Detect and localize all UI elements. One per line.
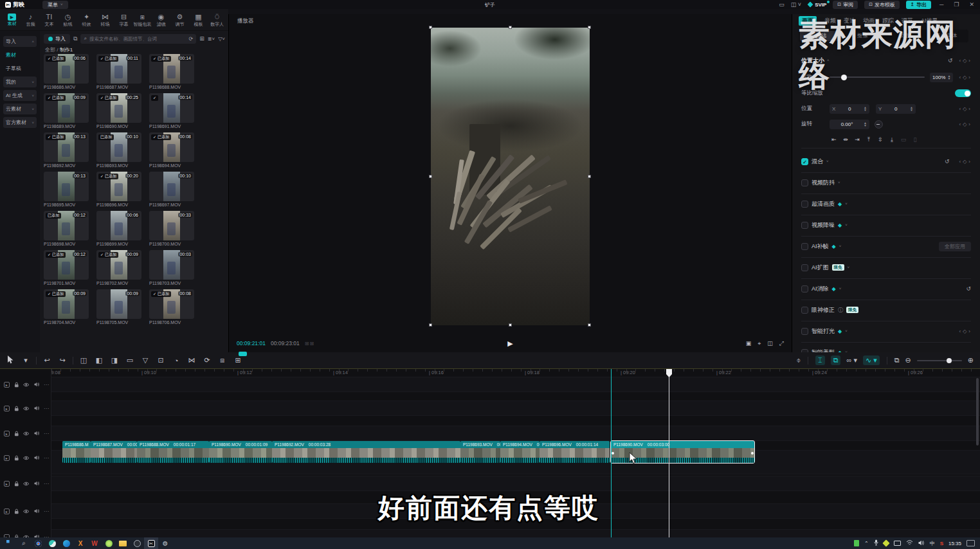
menu-button[interactable]: 菜单˅ [42, 1, 68, 9]
taskbar-app-word[interactable]: W [87, 537, 102, 549]
inspector-section-眼神修正[interactable]: 眼神修正ⓘ限免 [801, 302, 971, 318]
eye-icon[interactable] [23, 456, 29, 460]
checkbox-checked-icon[interactable]: ✓ [801, 158, 808, 165]
checkbox-icon[interactable] [801, 201, 808, 208]
inspector-section-视频防抖[interactable]: 视频防抖˅ [801, 175, 971, 190]
zoom-in-icon[interactable]: ⊕ [968, 356, 974, 364]
clip-trim-handle[interactable] [612, 452, 614, 455]
library-clip[interactable]: 00:33P1198700.MOV [149, 211, 194, 246]
search-box[interactable]: ⌕ ⟳ [80, 34, 196, 44]
crop-frame-icon[interactable]: ⧈ [216, 356, 229, 364]
freeze-frame-icon[interactable]: ◔ [170, 357, 183, 364]
inspector-section-超清画质[interactable]: 超清画质◆˅ [801, 196, 971, 212]
timeline-clip[interactable]: P1198693.MOV00: [460, 441, 500, 463]
selection-handle[interactable] [588, 175, 591, 178]
apply-all-button[interactable]: 全部应用 [939, 242, 971, 251]
split-icon[interactable]: ◫ [77, 356, 90, 364]
chevron-down-icon[interactable]: ˅ [838, 181, 840, 184]
speaker-icon[interactable] [34, 382, 39, 387]
rotation-keyframe[interactable]: ‹◇› [959, 122, 972, 127]
tab-text[interactable]: TI文本 [40, 13, 59, 26]
lock-icon[interactable] [14, 509, 19, 514]
clip-thumbnail[interactable]: ✓已添加00:08 [149, 132, 194, 162]
clip-thumbnail[interactable]: 00:33 [149, 211, 194, 240]
sidebar-item-AI 生成[interactable]: AI 生成˅ [3, 90, 37, 101]
publish-template-button[interactable]: ⊡发布模板 [864, 1, 900, 9]
tab-sticker[interactable]: ◷贴纸 [59, 13, 77, 26]
close-button[interactable]: ✕ [967, 1, 976, 8]
clip-thumbnail[interactable]: 00:13 [44, 172, 89, 201]
selection-handle[interactable] [429, 323, 432, 327]
breadcrumb-root[interactable]: 全部 [45, 47, 55, 53]
preview-axis-dropdown-icon[interactable]: ∞ ▾ [846, 356, 857, 364]
timeline-zoom-slider[interactable] [917, 360, 962, 361]
speaker-icon[interactable] [34, 406, 39, 411]
sidebar-item-子草稿[interactable]: 子草稿 [3, 63, 37, 74]
track-type-icon[interactable]: ▸ [4, 509, 10, 514]
clip-thumbnail[interactable]: 00:06 [96, 211, 141, 240]
tray-gallery-icon[interactable] [894, 541, 901, 546]
speaker-icon[interactable] [34, 455, 39, 460]
tab-transition[interactable]: ⋈转场 [96, 13, 114, 26]
inspector-section-视频降噪[interactable]: 视频降噪◆˅ [801, 217, 971, 233]
checkbox-icon[interactable] [801, 307, 808, 314]
notification-center-icon[interactable] [966, 540, 975, 546]
timeline-track-lane[interactable] [51, 377, 980, 392]
clip-thumbnail[interactable]: ✓已添加00:12 [44, 250, 89, 280]
speaker-icon[interactable] [34, 509, 39, 514]
inspector-section-智能美型[interactable]: 智能美型◆˅ [801, 345, 971, 352]
align-right-icon[interactable]: ⇥ [851, 136, 863, 143]
taskbar-app-edge[interactable] [59, 537, 73, 549]
redo-icon[interactable]: ↪ [56, 356, 69, 364]
keyframe-control[interactable]: ‹◇› [959, 58, 972, 64]
sidebar-item-导入[interactable]: 导入˄ [3, 36, 37, 47]
chevron-down-icon[interactable]: ˅ [845, 329, 848, 333]
tab-digital-human[interactable]: ⍥数字人 [208, 13, 226, 26]
layout-split-icon[interactable]: ◫ ˅ [791, 1, 801, 8]
tray-sogou-icon[interactable]: S [940, 541, 943, 546]
inspector-subtab-抠像[interactable]: 抠像 [842, 31, 884, 41]
tray-mic-icon[interactable] [874, 539, 878, 547]
selection-handle[interactable] [509, 323, 512, 327]
selection-handle[interactable] [509, 26, 512, 29]
scale-keyframe[interactable]: ‹◇› [959, 75, 972, 80]
timeline-clip[interactable]: P1198690.MOV00:00:01:09 [209, 441, 272, 463]
checkbox-icon[interactable] [801, 179, 808, 186]
clip-thumbnail[interactable]: 00:10 [149, 172, 194, 201]
zoom-slider-knob[interactable] [947, 358, 952, 363]
scale-value-box[interactable]: 100%▲▼ [930, 73, 953, 82]
library-clip[interactable]: ✓已添加00:09P1198704.MOV [44, 289, 89, 325]
tray-ime-icon[interactable]: 中 [930, 540, 935, 547]
library-clip[interactable]: 已添加00:10P1198693.MOV [96, 132, 141, 168]
inspector-section-AI消除[interactable]: AI消除◆˅↺ [801, 281, 971, 296]
align-middle-icon[interactable]: ⇳ [875, 136, 886, 143]
keyframe-control[interactable]: ‹◇› [959, 328, 972, 334]
timeline-track-lane[interactable] [51, 476, 980, 491]
play-button[interactable]: ▶ [507, 339, 513, 348]
taskbar-app-explorer[interactable] [116, 537, 130, 549]
quality-icon[interactable]: ▣ [746, 340, 752, 347]
clip-thumbnail[interactable]: ✓已添加00:25 [96, 93, 141, 123]
taskbar-app-green-app[interactable] [102, 537, 116, 549]
scale-slider[interactable] [830, 76, 925, 78]
chevron-down-icon[interactable]: ˅ [839, 244, 842, 248]
mask-icon[interactable]: ▽ [139, 356, 152, 364]
align-left-icon[interactable]: ⇤ [828, 136, 840, 143]
timeline-track-lane[interactable] [51, 401, 980, 416]
lock-icon[interactable] [14, 455, 19, 461]
inspector-tab-调节[interactable]: 调节 [902, 17, 913, 25]
tray-volume-icon[interactable] [918, 540, 925, 547]
timeline-scrollbar[interactable] [976, 378, 979, 446]
library-clip[interactable]: 00:10P1198697.MOV [149, 172, 194, 207]
timeline-clip[interactable]: P1198686.M [62, 441, 91, 463]
taskbar-app-start[interactable] [3, 537, 17, 549]
tab-effects[interactable]: ✦特效 [77, 13, 96, 26]
eye-icon[interactable] [23, 406, 29, 411]
track-type-icon[interactable]: ▸ [4, 455, 10, 461]
restore-button[interactable]: ❐ [952, 1, 961, 8]
library-clip[interactable]: 00:06P1198699.MOV [96, 211, 141, 246]
snap-toggle-icon[interactable]: ⌶ [815, 356, 825, 365]
tab-smart-pack[interactable]: ⧆智能包装 [133, 13, 152, 26]
more-icon[interactable]: ⋯ [44, 455, 49, 461]
tool-dropdown-icon[interactable]: ▾ [19, 356, 32, 364]
